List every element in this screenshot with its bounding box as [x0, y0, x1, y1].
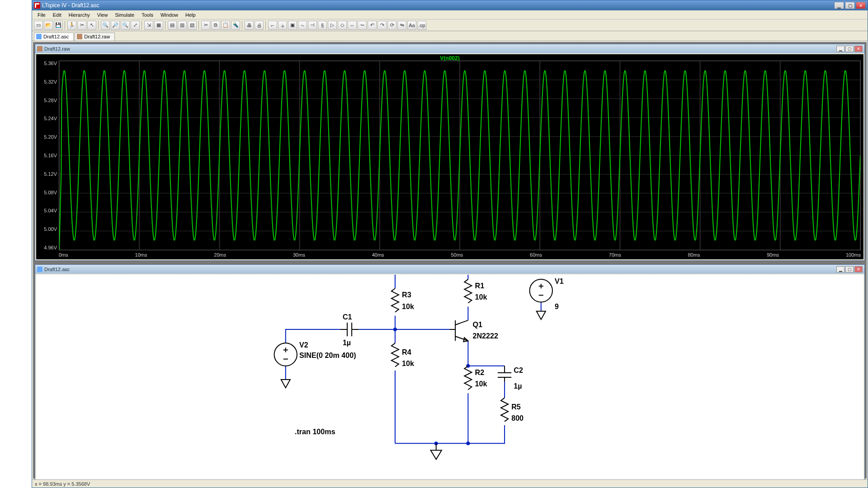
schematic-window-titlebar[interactable]: Draft12.asc ▁ ▢ ✕ [35, 265, 864, 274]
waveform-window-titlebar[interactable]: Draft12.raw ▁ ▢ ✕ [35, 44, 864, 53]
schematic-tab-icon [36, 34, 42, 39]
menu-help[interactable]: Help [182, 11, 199, 19]
rotate-icon[interactable]: ⟳ [387, 21, 396, 30]
cascade-icon[interactable]: ▧ [188, 21, 197, 30]
ground-icon [431, 443, 442, 459]
y-tick: 5.08V [37, 190, 57, 195]
component-r3[interactable]: R3 10k [392, 288, 414, 312]
redo-icon[interactable]: ↷ [377, 21, 387, 30]
x-tick: 70ms [609, 252, 621, 258]
diode-icon[interactable]: ▷ [328, 21, 337, 30]
svg-point-26 [274, 343, 297, 366]
schematic-window-title: Draft12.asc [44, 267, 836, 272]
menu-edit[interactable]: Edit [49, 11, 65, 19]
tab-draft12-asc[interactable]: Draft12.asc [34, 33, 74, 41]
zoom-in-icon[interactable]: 🔍 [101, 21, 110, 30]
autorange-icon[interactable]: ⇲ [144, 21, 153, 30]
menu-simulate[interactable]: Simulate [111, 11, 138, 19]
run-icon[interactable]: 🏃 [67, 21, 76, 30]
component-r1[interactable]: R1 10k [464, 279, 487, 303]
text-icon[interactable]: Aa [407, 21, 416, 30]
minimize-button[interactable]: ▁ [834, 2, 844, 9]
schematic-canvas[interactable]: V2 SINE(0 20m 400) [36, 275, 863, 480]
component-c1[interactable]: C1 1µ [340, 313, 359, 347]
component-r5[interactable]: R5 800 [501, 398, 524, 422]
wire-icon[interactable]: ⌐ [268, 21, 277, 30]
app-icon [34, 2, 40, 9]
open-icon[interactable]: 📂 [44, 21, 53, 30]
x-tick: 0ms [59, 252, 68, 258]
component-r2[interactable]: R2 10k [464, 366, 487, 389]
move-icon[interactable]: ↔ [348, 21, 357, 30]
status-text: x = 98.93ms y = 5.3568V [35, 481, 90, 487]
schematic-min-button[interactable]: ▁ [836, 266, 844, 272]
ground-icon [537, 311, 546, 319]
maximize-button[interactable]: ▢ [845, 2, 855, 9]
y-tick: 5.24V [37, 116, 57, 121]
tab-draft12-raw[interactable]: Draft12.raw [75, 33, 115, 41]
menu-view[interactable]: View [94, 11, 112, 19]
svg-point-24 [466, 441, 470, 445]
waveform-min-button[interactable]: ▁ [836, 46, 844, 52]
print-icon[interactable]: 🖨 [255, 21, 264, 30]
menu-tools[interactable]: Tools [138, 11, 157, 19]
menu-window[interactable]: Window [157, 11, 182, 19]
svg-point-42 [530, 279, 552, 302]
cap-icon[interactable]: ⊣ [308, 21, 317, 30]
label-icon[interactable]: ▣ [288, 21, 297, 30]
component-q1[interactable]: Q1 2N2222 [450, 320, 498, 342]
status-bar: x = 98.93ms y = 5.3568V [32, 479, 868, 488]
grid-icon[interactable]: ▦ [154, 21, 163, 30]
close-button[interactable]: ✕ [856, 2, 866, 9]
plot-canvas[interactable] [59, 61, 861, 250]
waveform-max-button[interactable]: ▢ [845, 46, 854, 52]
cut-icon[interactable]: ✂ [201, 21, 210, 30]
plot-area[interactable]: V(n002) 5.36V5.32V5.28V5.24V5.20V5.16V5.… [36, 54, 863, 259]
zoom-fit-icon[interactable]: ⤢ [131, 21, 140, 30]
paste-icon[interactable]: 📋 [221, 21, 230, 30]
menu-hierarchy[interactable]: Hierarchy [65, 11, 94, 19]
schematic-max-button[interactable]: ▢ [845, 266, 854, 272]
waveform-close-button[interactable]: ✕ [854, 46, 863, 52]
zoom-pan-icon[interactable]: 🔎 [111, 21, 120, 30]
menu-file[interactable]: File [34, 11, 49, 19]
inductor-icon[interactable]: § [318, 21, 327, 30]
save-icon[interactable]: 💾 [54, 21, 63, 30]
x-axis-labels[interactable]: 0ms10ms20ms30ms40ms50ms60ms70ms80ms90ms1… [59, 252, 861, 258]
spice-directive[interactable]: .tran 100ms [295, 427, 335, 436]
spice-dir-icon[interactable]: .op [417, 21, 426, 30]
ground-icon[interactable]: ⏚ [278, 21, 287, 30]
schematic-close-button[interactable]: ✕ [854, 266, 863, 272]
print-setup-icon[interactable]: 🖶 [245, 21, 254, 30]
component-r4[interactable]: R4 10k [392, 343, 414, 367]
drag-icon[interactable]: ⥊ [358, 21, 367, 30]
x-tick: 80ms [688, 252, 700, 258]
y-tick: 5.28V [37, 98, 57, 103]
resistor-icon[interactable]: ⏦ [298, 21, 307, 30]
component-v1[interactable]: V1 9 [530, 277, 564, 310]
y-tick: 5.16V [37, 153, 57, 158]
pick-icon[interactable]: ↖ [87, 21, 96, 30]
schematic-window-icon [37, 267, 42, 272]
new-schematic-icon[interactable]: ▭ [34, 21, 43, 30]
r5-value: 800 [511, 414, 524, 422]
menubar: File Edit Hierarchy View Simulate Tools … [32, 10, 868, 19]
component-icon[interactable]: ◇ [338, 21, 347, 30]
mirror-icon[interactable]: ⇋ [397, 21, 406, 30]
v2-name: V2 [299, 341, 308, 349]
r3-name: R3 [402, 291, 411, 299]
undo-icon[interactable]: ↶ [368, 21, 377, 30]
y-axis-labels[interactable]: 5.36V5.32V5.28V5.24V5.20V5.16V5.12V5.08V… [37, 61, 57, 250]
find-icon[interactable]: 🔦 [231, 21, 240, 30]
r4-name: R4 [402, 348, 411, 356]
x-tick: 40ms [372, 252, 384, 258]
r5-name: R5 [511, 403, 521, 411]
zoom-out-icon[interactable]: 🔍 [121, 21, 130, 30]
mdi-area: Draft12.raw ▁ ▢ ✕ V(n002) 5.36V5.32V5.28… [33, 42, 867, 479]
component-c2[interactable]: C2 1µ [498, 366, 523, 390]
copy-icon[interactable]: ⧉ [211, 21, 220, 30]
tile-h-icon[interactable]: ▤ [168, 21, 177, 30]
x-tick: 50ms [451, 252, 463, 258]
stop-icon[interactable]: ✂ [77, 21, 86, 30]
tile-v-icon[interactable]: ▥ [178, 21, 187, 30]
